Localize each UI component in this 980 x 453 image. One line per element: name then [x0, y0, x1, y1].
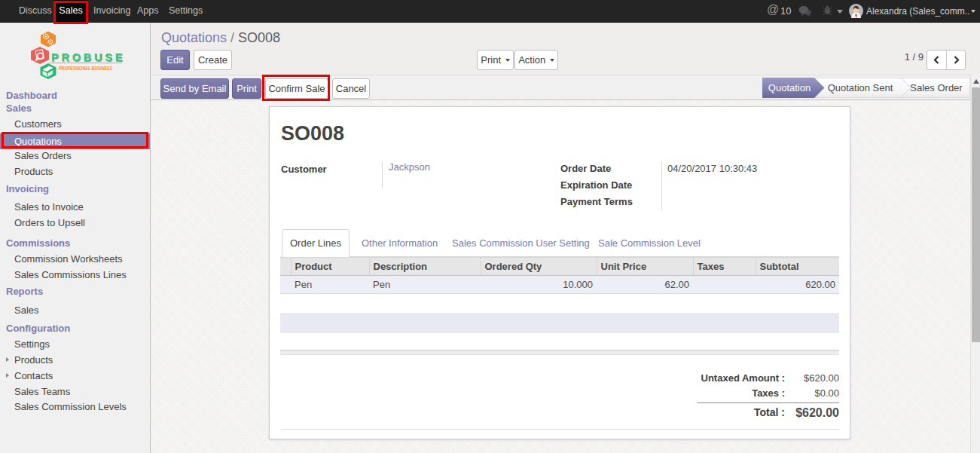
svg-text:Quotation Sent: Quotation Sent	[828, 82, 893, 93]
svg-text:Sales Order: Sales Order	[910, 82, 963, 93]
svg-text:PROBUSE: PROBUSE	[51, 51, 125, 63]
svg-text:Quotation: Quotation	[768, 82, 811, 93]
svg-text:PROFESSIONAL BUSINESS: PROFESSIONAL BUSINESS	[59, 65, 112, 72]
